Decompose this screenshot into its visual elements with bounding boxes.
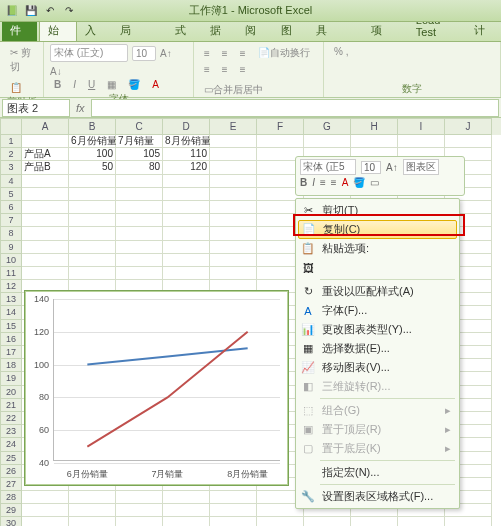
row-header[interactable]: 16 [0,333,22,346]
select-all-corner[interactable] [0,118,22,135]
cell[interactable] [69,201,116,214]
ctx-select-data[interactable]: ▦选择数据(E)... [296,339,459,358]
cell[interactable] [163,201,210,214]
cell[interactable] [210,175,257,188]
cell[interactable] [69,227,116,240]
cell[interactable] [22,517,69,526]
cell[interactable] [210,517,257,526]
align-bot-icon[interactable]: ≡ [236,46,250,61]
align-left-icon[interactable]: ≡ [200,62,214,77]
border-icon[interactable]: ▦ [103,77,120,92]
row-header[interactable]: 12 [0,280,22,293]
cell[interactable]: 80 [116,161,163,174]
col-F[interactable]: F [257,118,304,135]
ctx-reset-style[interactable]: ↻重设以匹配样式(A) [296,282,459,301]
cell[interactable] [22,188,69,201]
fx-icon[interactable]: fx [70,102,91,114]
col-J[interactable]: J [445,118,492,135]
col-D[interactable]: D [163,118,210,135]
ctx-cut[interactable]: ✂剪切(T) [296,201,459,220]
name-box[interactable]: 图表 2 [2,99,70,117]
cell[interactable] [210,188,257,201]
mini-border-icon[interactable]: ▭ [370,177,379,188]
cell[interactable] [210,267,257,280]
row-header[interactable]: 22 [0,412,22,425]
ctx-paste-picture[interactable]: 🖼 [296,258,459,277]
ctx-font[interactable]: A字体(F)... [296,301,459,320]
row-header[interactable]: 11 [0,267,22,280]
cell[interactable] [210,214,257,227]
row-header[interactable]: 18 [0,359,22,372]
align-right-icon[interactable]: ≡ [236,62,250,77]
cell[interactable] [22,175,69,188]
cell[interactable] [210,148,257,161]
row-header[interactable]: 3 [0,161,22,174]
ctx-assign-macro[interactable]: 指定宏(N)... [296,463,459,482]
col-H[interactable]: H [351,118,398,135]
cell[interactable] [22,254,69,267]
cell[interactable]: 7月销量 [116,135,163,148]
cell[interactable] [445,517,492,526]
cell[interactable] [163,227,210,240]
cell[interactable] [69,504,116,517]
row-header[interactable]: 26 [0,465,22,478]
row-header[interactable]: 4 [0,175,22,188]
mini-align-icon[interactable]: ≡ [320,177,326,188]
bold-button[interactable]: B [50,77,65,92]
col-E[interactable]: E [210,118,257,135]
cell[interactable] [163,504,210,517]
cell[interactable] [116,517,163,526]
mini-italic-icon[interactable]: I [312,177,315,188]
cell[interactable] [69,267,116,280]
number-format-icon[interactable]: % , [330,44,352,59]
row-header[interactable]: 30 [0,517,22,526]
cell[interactable] [22,491,69,504]
mini-area-combo[interactable]: 图表区 [403,159,439,175]
cell[interactable]: 6月份销量 [69,135,116,148]
row-header[interactable]: 1 [0,135,22,148]
row-header[interactable]: 28 [0,491,22,504]
increase-font-icon[interactable]: A↑ [160,48,172,59]
cell[interactable] [22,504,69,517]
col-A[interactable]: A [22,118,69,135]
redo-icon[interactable]: ↷ [61,2,77,18]
row-header[interactable]: 15 [0,320,22,333]
row-header[interactable]: 19 [0,372,22,385]
cell[interactable]: 120 [163,161,210,174]
cell[interactable] [69,175,116,188]
row-header[interactable]: 9 [0,241,22,254]
cell[interactable] [163,175,210,188]
col-G[interactable]: G [304,118,351,135]
undo-icon[interactable]: ↶ [42,2,58,18]
row-header[interactable]: 5 [0,188,22,201]
save-icon[interactable]: 💾 [23,2,39,18]
formula-input[interactable] [91,99,499,117]
cell[interactable]: 产品B [22,161,69,174]
font-size-combo[interactable]: 10 [132,46,156,61]
cell[interactable] [163,241,210,254]
cell[interactable] [210,254,257,267]
cell[interactable]: 105 [116,148,163,161]
row-header[interactable]: 2 [0,148,22,161]
cell[interactable] [398,517,445,526]
cell[interactable]: 产品A [22,148,69,161]
row-header[interactable]: 27 [0,478,22,491]
cell[interactable] [116,491,163,504]
cell[interactable] [351,135,398,148]
col-C[interactable]: C [116,118,163,135]
cell[interactable] [210,491,257,504]
col-B[interactable]: B [69,118,116,135]
cut-button[interactable]: ✂ 剪切 [6,44,37,76]
cell[interactable] [22,241,69,254]
cell[interactable]: 50 [69,161,116,174]
row-header[interactable]: 14 [0,306,22,319]
cell[interactable] [22,214,69,227]
cell[interactable] [163,254,210,267]
fill-color-icon[interactable]: 🪣 [124,77,144,92]
cell[interactable] [163,517,210,526]
mini-align2-icon[interactable]: ≡ [331,177,337,188]
cell[interactable] [163,188,210,201]
decrease-font-icon[interactable]: A↓ [50,66,62,77]
font-name-combo[interactable]: 宋体 (正文) [50,44,128,62]
merge-button[interactable]: ▭合并后居中 [200,81,267,99]
